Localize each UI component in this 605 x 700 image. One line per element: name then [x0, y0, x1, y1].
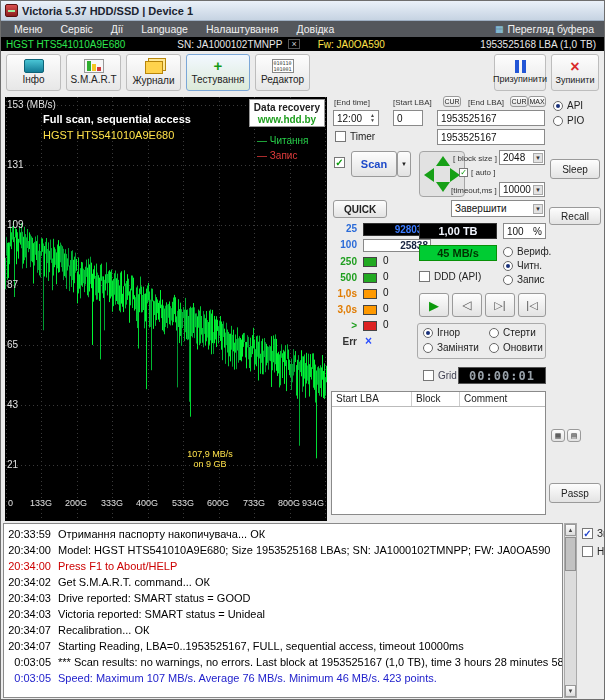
action-erase-radio-circle[interactable] — [489, 328, 499, 338]
menu-item-help[interactable]: Довідка — [288, 23, 344, 35]
pio-radio-circle[interactable] — [553, 116, 563, 126]
action-refresh-radio-circle[interactable] — [489, 343, 499, 353]
buffer-view-label: Перегляд буфера — [507, 23, 594, 35]
grid-view-small-button[interactable]: ▦ — [551, 429, 565, 442]
col-comment[interactable]: Comment — [460, 392, 545, 406]
block-size-select[interactable]: 2048▼ — [499, 150, 545, 165]
menu-item-settings[interactable]: Налаштування — [197, 23, 288, 35]
list-view-small-button[interactable]: ▤ — [567, 429, 581, 442]
mode-read-radio[interactable]: Читн. — [503, 260, 542, 271]
menu-item-actions[interactable]: Дії — [102, 23, 132, 35]
timer-lba-input[interactable]: 1953525167 — [437, 129, 545, 145]
menu-item-menu[interactable]: Меню — [5, 23, 51, 35]
timer-checkbox-box[interactable] — [335, 131, 346, 142]
action-erase-radio[interactable]: Стерти — [489, 327, 536, 338]
end-time-label[interactable]: [End time] — [334, 98, 370, 107]
stop-button[interactable]: × Зупинити — [551, 54, 599, 91]
action-replace-radio-circle[interactable] — [423, 343, 433, 353]
end-lba-input[interactable]: 1953525167 — [437, 110, 545, 126]
log-row: 20:34:07Recalibration... ОК — [4, 622, 562, 638]
grid-checkbox[interactable]: Grid — [423, 370, 457, 381]
sound-checkbox[interactable]: ✓Звук — [582, 528, 605, 539]
chevron-down-icon[interactable]: ▼ — [533, 204, 543, 214]
menu-item-service[interactable]: Сервіс — [51, 23, 101, 35]
pad-down-icon[interactable] — [436, 182, 450, 192]
scrollbar-thumb[interactable] — [565, 537, 576, 571]
mode-write-radio-circle[interactable] — [503, 275, 513, 285]
skip-end-button[interactable]: |◁ — [518, 293, 546, 317]
sleep-button[interactable]: Sleep — [550, 159, 600, 179]
step-forward-button[interactable]: ▷| — [485, 293, 515, 317]
mode-write-radio[interactable]: Запис — [503, 274, 545, 285]
sound-checkbox-box[interactable]: ✓ — [582, 528, 593, 539]
log-panel[interactable]: 20:33:59Отримання паспорту накопичувача.… — [3, 523, 563, 698]
logs-button[interactable]: Журнали — [126, 54, 181, 91]
pad-left-icon[interactable] — [424, 168, 434, 182]
timer-label: Timer — [350, 131, 375, 142]
editor-button[interactable]: 010110 101001 Редактор — [255, 54, 310, 91]
action-ignore-radio[interactable]: Ігнор — [423, 327, 460, 338]
grid-checkbox-box[interactable] — [423, 370, 434, 381]
menu-item-language[interactable]: Language — [132, 23, 197, 35]
end-time-spinner[interactable]: 12:00 ▲▼ — [333, 110, 379, 126]
col-block[interactable]: Block — [412, 392, 460, 406]
test-button[interactable]: + Тестування — [186, 54, 250, 91]
legend-read: — Читання — [257, 135, 309, 146]
pad-up-icon[interactable] — [436, 156, 450, 166]
finish-select[interactable]: Завершити▼ — [451, 200, 545, 217]
end-cur-button[interactable]: CUR — [510, 96, 528, 107]
step-back-button[interactable]: ◁ — [452, 293, 482, 317]
pio-radio[interactable]: PIO — [553, 115, 584, 126]
graph-model-label: HGST HTS541010A9E680 — [43, 129, 174, 141]
counter-label-3s: 3,0s — [331, 304, 357, 315]
mode-verify-radio[interactable]: Вериф. — [503, 246, 551, 257]
recall-button[interactable]: Recall — [549, 207, 601, 225]
counter-swatch-3s — [363, 305, 377, 315]
scan-ready-checkbox[interactable]: ✓ — [334, 157, 345, 168]
smart-button[interactable]: S.M.A.R.T — [66, 54, 121, 91]
quick-button[interactable]: QUICK — [333, 200, 387, 218]
end-lba-label[interactable]: [End LBA] — [468, 98, 504, 107]
scroll-down-icon[interactable]: ▼ — [565, 685, 576, 697]
pause-button[interactable]: Призупинити — [494, 54, 546, 91]
auto-checkbox-box[interactable]: ✓ — [459, 168, 468, 177]
serial-close-icon[interactable]: × — [288, 39, 299, 49]
end-max-button[interactable]: MAX — [528, 96, 546, 107]
start-cur-button[interactable]: CUR — [443, 96, 461, 107]
hints-checkbox[interactable]: Hints — [582, 546, 605, 557]
action-erase-label: Стерти — [503, 327, 536, 338]
play-button[interactable]: ▶ — [419, 293, 449, 317]
start-lba-label[interactable]: [Start LBA] — [393, 98, 432, 107]
buffer-view-button[interactable]: ▦ Перегляд буфера — [495, 23, 600, 35]
chevron-down-icon[interactable]: ▼ — [533, 153, 543, 163]
log-scrollbar[interactable]: ▲ ▼ — [564, 523, 577, 698]
ddd-checkbox[interactable]: DDD (API) — [419, 271, 481, 282]
scan-dropdown-button[interactable]: ▼ — [397, 151, 411, 177]
scroll-up-icon[interactable]: ▲ — [565, 524, 576, 536]
mode-verify-radio-circle[interactable] — [503, 247, 513, 257]
block-size-label: [ block size ] — [453, 154, 497, 163]
passp-button[interactable]: Passp — [549, 483, 601, 503]
action-ignore-radio-circle[interactable] — [423, 328, 433, 338]
api-radio[interactable]: API — [553, 100, 583, 111]
scan-button[interactable]: Scan — [351, 151, 397, 177]
timeout-select[interactable]: 10000▼ — [499, 182, 545, 197]
api-label: API — [567, 100, 583, 111]
action-replace-radio[interactable]: Заміняти — [423, 342, 479, 353]
watermark-line1: Data recovery — [254, 102, 320, 113]
hints-checkbox-box[interactable] — [582, 546, 593, 557]
action-ignore-label: Ігнор — [437, 327, 460, 338]
ddd-checkbox-box[interactable] — [419, 271, 430, 282]
action-refresh-radio[interactable]: Оновити — [489, 342, 543, 353]
title-bar[interactable]: Victoria 5.37 HDD/SSD | Device 1 — [1, 1, 604, 21]
mode-read-radio-circle[interactable] — [503, 261, 513, 271]
auto-checkbox[interactable]: ✓ [ auto ] — [459, 168, 495, 177]
defect-table[interactable]: Start LBA Block Comment — [331, 391, 546, 515]
col-start-lba[interactable]: Start LBA — [332, 392, 412, 406]
info-button[interactable]: Інфо — [6, 54, 61, 91]
chevron-down-icon[interactable]: ▼ — [533, 185, 543, 195]
api-radio-circle[interactable] — [553, 101, 563, 111]
start-lba-input[interactable]: 0 — [393, 110, 423, 126]
spinner-arrows-icon[interactable]: ▲▼ — [370, 113, 375, 123]
timer-checkbox[interactable]: Timer — [335, 131, 375, 142]
